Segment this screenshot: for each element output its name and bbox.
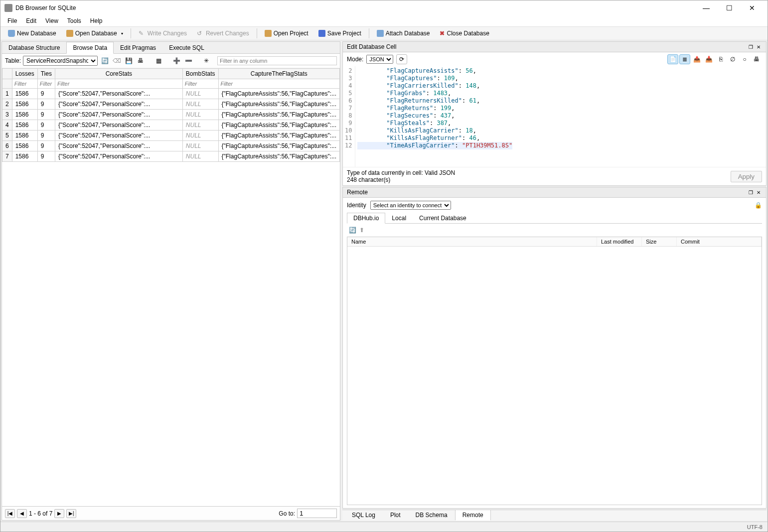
- insert-values-button[interactable]: ✳: [201, 56, 211, 66]
- folder-open-icon: [66, 30, 73, 37]
- menu-view[interactable]: View: [41, 16, 62, 25]
- save-filters-button[interactable]: 💾: [124, 56, 134, 66]
- table-row[interactable]: 4 1586 9 {"Score":52047,"PersonalScore":…: [2, 120, 340, 131]
- delete-record-button[interactable]: ➖: [183, 56, 193, 66]
- filter-input[interactable]: [221, 81, 337, 87]
- menu-file[interactable]: File: [3, 16, 21, 25]
- column-header[interactable]: BombStats: [182, 69, 218, 79]
- json-editor[interactable]: 23456789101112 "FlagCaptureAssists": 56,…: [343, 66, 766, 167]
- column-header[interactable]: CaptureTheFlagStats: [218, 69, 339, 79]
- print-cell-button[interactable]: 🖶: [751, 54, 762, 64]
- col-commit[interactable]: Commit: [677, 237, 762, 246]
- remote-tab-dbhub[interactable]: DBHub.io: [347, 213, 385, 224]
- column-header[interactable]: Ties: [37, 69, 55, 79]
- refresh-button[interactable]: 🔄: [100, 56, 110, 66]
- chevron-down-icon: ▾: [121, 31, 123, 36]
- certificate-icon[interactable]: 🔒: [755, 202, 762, 209]
- table-row[interactable]: 2 1586 9 {"Score":52047,"PersonalScore":…: [2, 99, 340, 110]
- statusbar: UTF-8: [0, 522, 768, 532]
- close-button[interactable]: ✕: [741, 0, 764, 15]
- write-changes-button[interactable]: ✎Write Changes: [134, 28, 191, 39]
- table-row[interactable]: 3 1586 9 {"Score":52047,"PersonalScore":…: [2, 110, 340, 120]
- remote-list: Name Last modified Size Commit: [347, 237, 762, 505]
- btab-db-schema[interactable]: DB Schema: [408, 510, 455, 521]
- filter-input[interactable]: [14, 81, 35, 87]
- tab-database-structure[interactable]: Database Structure: [2, 42, 66, 54]
- open-project-button[interactable]: Open Project: [260, 28, 313, 39]
- text-view-button[interactable]: 📄: [667, 54, 678, 64]
- column-header[interactable]: Losses: [12, 69, 37, 79]
- clear-button[interactable]: ○: [739, 54, 750, 64]
- minimize-button[interactable]: —: [695, 0, 718, 15]
- table-select[interactable]: ServiceRecordSnapshots: [23, 56, 98, 66]
- indent-button[interactable]: ≣: [679, 54, 690, 64]
- btab-plot[interactable]: Plot: [383, 510, 408, 521]
- remote-tab-local[interactable]: Local: [385, 213, 413, 224]
- encoding-status: UTF-8: [747, 524, 763, 530]
- print-button[interactable]: 🖶: [136, 56, 146, 66]
- export-button[interactable]: 📤: [691, 54, 702, 64]
- titlebar: DB Browser for SQLite — ☐ ✕: [0, 0, 768, 15]
- maximize-button[interactable]: ☐: [718, 0, 741, 15]
- clear-filters-button[interactable]: ⌫: [112, 56, 122, 66]
- close-panel-button[interactable]: ✕: [755, 43, 762, 50]
- autoformat-button[interactable]: ⟳: [396, 54, 407, 64]
- database-icon: [8, 30, 15, 37]
- btab-remote[interactable]: Remote: [455, 510, 491, 521]
- tab-edit-pragmas[interactable]: Edit Pragmas: [114, 42, 162, 54]
- attach-database-button[interactable]: Attach Database: [372, 28, 435, 39]
- nav-last-button[interactable]: ▶|: [66, 509, 76, 518]
- open-database-button[interactable]: Open Database▾: [62, 28, 128, 39]
- menu-tools[interactable]: Tools: [63, 16, 85, 25]
- filter-input[interactable]: [185, 81, 216, 87]
- nav-first-button[interactable]: |◀: [5, 509, 15, 518]
- identity-select[interactable]: Select an identity to connect: [370, 201, 451, 210]
- close-panel-button[interactable]: ✕: [755, 189, 762, 196]
- save-project-button[interactable]: Save Project: [314, 28, 366, 39]
- filter-input[interactable]: [40, 81, 53, 87]
- mode-select[interactable]: JSON: [366, 55, 393, 64]
- float-panel-button[interactable]: ❐: [747, 189, 754, 196]
- app-icon: [4, 4, 12, 12]
- panel-title: Edit Database Cell: [347, 43, 746, 50]
- new-database-button[interactable]: New Database: [3, 28, 61, 39]
- cell-length-status: 248 character(s): [347, 176, 731, 183]
- menu-edit[interactable]: Edit: [22, 16, 40, 25]
- push-remote-button[interactable]: ⬆: [359, 227, 364, 234]
- table-row[interactable]: 5 1586 9 {"Score":52047,"PersonalScore":…: [2, 131, 340, 141]
- copy-button[interactable]: ⎘: [715, 54, 726, 64]
- undo-icon: ↺: [197, 30, 204, 37]
- table-row[interactable]: 1 1586 9 {"Score":52047,"PersonalScore":…: [2, 89, 340, 99]
- tab-browse-data[interactable]: Browse Data: [66, 42, 114, 54]
- nav-prev-button[interactable]: ◀: [17, 509, 27, 518]
- close-database-button[interactable]: ✖Close Database: [435, 28, 493, 39]
- revert-changes-button[interactable]: ↺Revert Changes: [192, 28, 254, 39]
- null-button[interactable]: ∅: [727, 54, 738, 64]
- import-button[interactable]: 📥: [703, 54, 714, 64]
- table-row[interactable]: 7 1586 9 {"Score":52047,"PersonalScore":…: [2, 151, 340, 162]
- tab-execute-sql[interactable]: Execute SQL: [162, 42, 211, 54]
- filter-input[interactable]: [57, 81, 180, 87]
- folder-open-icon: [265, 30, 272, 37]
- remote-panel: Remote ❐ ✕ Identity Select an identity t…: [342, 187, 767, 509]
- menu-help[interactable]: Help: [86, 16, 107, 25]
- table-row[interactable]: 6 1586 9 {"Score":52047,"PersonalScore":…: [2, 141, 340, 151]
- float-panel-button[interactable]: ❐: [747, 43, 754, 50]
- new-record-button[interactable]: ➕: [171, 56, 181, 66]
- right-pane: Edit Database Cell ❐ ✕ Mode: JSON ⟳ 📄 ≣ …: [342, 41, 767, 521]
- col-name[interactable]: Name: [347, 237, 597, 246]
- remote-tab-current[interactable]: Current Database: [413, 213, 473, 224]
- col-modified[interactable]: Last modified: [597, 237, 642, 246]
- main-toolbar: New Database Open Database▾ ✎Write Chang…: [0, 26, 768, 40]
- pencil-icon: ✎: [139, 30, 146, 37]
- goto-input[interactable]: [297, 509, 337, 518]
- btab-sql-log[interactable]: SQL Log: [344, 510, 383, 521]
- column-header[interactable]: CoreStats: [55, 69, 182, 79]
- refresh-remote-button[interactable]: 🔄: [349, 227, 356, 234]
- apply-button[interactable]: Apply: [731, 171, 762, 182]
- record-navbar: |◀ ◀ 1 - 6 of 7 ▶ ▶| Go to:: [2, 506, 340, 520]
- column-display-button[interactable]: ▦: [154, 56, 163, 66]
- filter-all-input[interactable]: [217, 56, 337, 65]
- nav-next-button[interactable]: ▶: [54, 509, 64, 518]
- col-size[interactable]: Size: [642, 237, 677, 246]
